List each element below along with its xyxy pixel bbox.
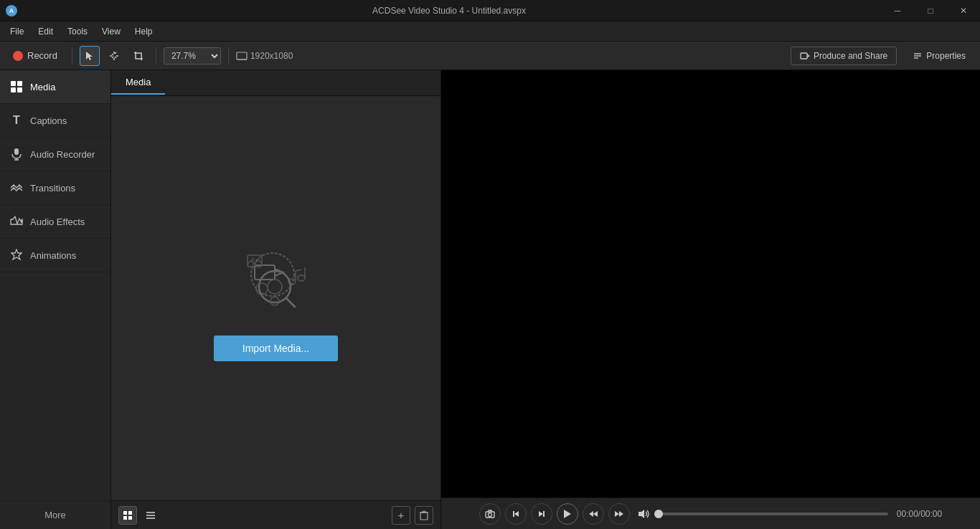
- svg-rect-11: [14, 148, 19, 155]
- transport-bar: 00:00/00:00: [441, 497, 980, 529]
- svg-marker-50: [615, 511, 619, 517]
- audio-effects-icon: [10, 215, 23, 228]
- resolution-value: 1920x1080: [250, 51, 293, 61]
- svg-marker-52: [639, 510, 644, 518]
- sidebar: Media T Captions Audio Recorder Transiti…: [0, 70, 111, 529]
- svg-marker-51: [619, 511, 623, 517]
- svg-rect-31: [123, 511, 127, 515]
- svg-point-24: [298, 275, 305, 281]
- sidebar-item-audio-effects[interactable]: Audio Effects: [0, 205, 110, 239]
- time-current: 00:00: [897, 509, 918, 519]
- toolbar-right: Produce and Share Properties: [791, 47, 974, 65]
- transitions-icon: [10, 181, 23, 194]
- svg-rect-46: [543, 511, 545, 517]
- svg-rect-10: [17, 87, 22, 92]
- zoom-select[interactable]: 27.7% 10% 25% 50% 75% 100%: [164, 47, 221, 65]
- panel-tab-media[interactable]: Media: [111, 71, 165, 95]
- play-button[interactable]: [557, 503, 578, 525]
- svg-rect-36: [146, 515, 155, 516]
- titlebar: A ACDSee Video Studio 4 - Untitled.avspx…: [0, 0, 980, 22]
- volume-button[interactable]: [634, 503, 654, 525]
- svg-rect-3: [801, 53, 807, 59]
- titlebar-title: ACDSee Video Studio 4 - Untitled.avspx: [17, 6, 881, 16]
- svg-point-27: [268, 280, 282, 294]
- svg-line-28: [286, 298, 295, 307]
- panel-footer: +: [111, 500, 440, 529]
- preview-video: [441, 70, 980, 497]
- time-display: 00:00/00:00: [897, 509, 942, 519]
- delete-media-button[interactable]: [415, 506, 433, 525]
- audio-recorder-icon: [10, 148, 23, 161]
- time-total: 00:00: [920, 509, 942, 519]
- more-button[interactable]: More: [0, 500, 110, 529]
- prev-frame-button[interactable]: [505, 503, 527, 525]
- record-button[interactable]: Record: [6, 47, 65, 64]
- transitions-label: Transitions: [30, 183, 75, 194]
- audio-recorder-label: Audio Recorder: [30, 149, 95, 160]
- menu-view[interactable]: View: [95, 24, 128, 39]
- media-placeholder-icon: [233, 235, 319, 321]
- sidebar-item-audio-recorder[interactable]: Audio Recorder: [0, 138, 110, 171]
- svg-marker-0: [86, 52, 93, 60]
- menubar: File Edit Tools View Help: [0, 22, 980, 42]
- properties-button[interactable]: Properties: [904, 47, 974, 65]
- app-icon: A: [6, 5, 17, 16]
- panel-footer-right: +: [392, 506, 433, 525]
- progress-bar[interactable]: [659, 513, 888, 515]
- add-media-button[interactable]: +: [392, 506, 410, 525]
- menu-tools[interactable]: Tools: [60, 24, 95, 39]
- svg-marker-45: [539, 511, 543, 517]
- titlebar-controls: ─ □ ✕: [881, 0, 980, 22]
- svg-rect-7: [11, 81, 16, 86]
- close-button[interactable]: ✕: [947, 0, 980, 22]
- menu-file[interactable]: File: [3, 24, 31, 39]
- properties-label: Properties: [926, 51, 966, 61]
- import-media-label: Import Media...: [242, 343, 309, 354]
- view-list-button[interactable]: [141, 506, 160, 525]
- crop-tool-button[interactable]: [128, 46, 149, 66]
- audio-effects-label: Audio Effects: [30, 216, 85, 227]
- produce-share-button[interactable]: Produce and Share: [791, 47, 897, 65]
- sidebar-item-animations[interactable]: Animations: [0, 239, 110, 272]
- minimize-button[interactable]: ─: [881, 0, 914, 22]
- svg-rect-32: [128, 511, 132, 515]
- media-label: Media: [30, 82, 55, 92]
- svg-rect-40: [423, 511, 425, 513]
- svg-marker-15: [11, 249, 22, 259]
- svg-line-23: [296, 270, 301, 271]
- more-label: More: [44, 510, 66, 520]
- animations-label: Animations: [30, 250, 76, 261]
- sidebar-item-transitions[interactable]: Transitions: [0, 171, 110, 205]
- menu-help[interactable]: Help: [128, 24, 160, 39]
- animations-icon: [10, 249, 23, 262]
- svg-point-20: [251, 258, 254, 261]
- titlebar-left: A: [0, 5, 17, 16]
- snapshot-button[interactable]: [479, 503, 501, 525]
- toolbar-divider-2: [156, 47, 156, 65]
- svg-rect-1: [237, 52, 247, 59]
- media-icon: [10, 80, 23, 93]
- select-tool-button[interactable]: [80, 46, 100, 66]
- media-content-area: Import Media...: [111, 96, 440, 500]
- resolution-display: 1920x1080: [236, 50, 293, 62]
- svg-point-30: [270, 297, 279, 305]
- rewind-button[interactable]: [583, 503, 604, 525]
- import-media-button[interactable]: Import Media...: [214, 335, 338, 361]
- menu-edit[interactable]: Edit: [31, 24, 60, 39]
- toolbar-divider-1: [72, 47, 72, 65]
- sidebar-item-captions[interactable]: T Captions: [0, 104, 110, 138]
- svg-rect-35: [146, 512, 155, 513]
- maximize-button[interactable]: □: [914, 0, 947, 22]
- svg-rect-8: [17, 81, 22, 86]
- svg-point-14: [21, 220, 23, 223]
- svg-point-16: [251, 253, 294, 296]
- view-grid-button[interactable]: [118, 506, 137, 525]
- svg-marker-43: [514, 511, 519, 517]
- svg-rect-9: [11, 87, 16, 92]
- fast-forward-button[interactable]: [608, 503, 630, 525]
- next-frame-button[interactable]: [531, 503, 552, 525]
- svg-rect-37: [146, 518, 155, 519]
- pan-tool-button[interactable]: [104, 46, 124, 66]
- svg-rect-33: [123, 516, 127, 520]
- sidebar-item-media[interactable]: Media: [0, 70, 110, 104]
